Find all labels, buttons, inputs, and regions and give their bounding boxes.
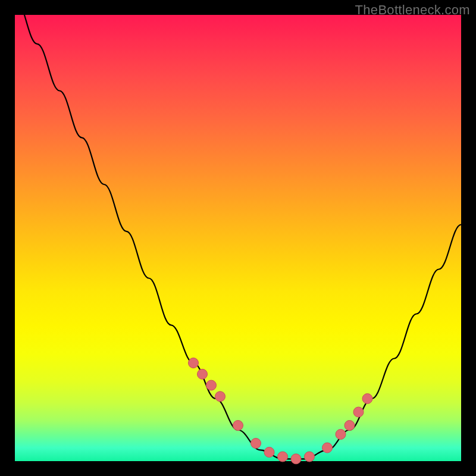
data-point-marker (305, 452, 315, 462)
data-point-marker (264, 447, 274, 458)
data-point-marker (322, 443, 333, 453)
data-point-marker (189, 358, 199, 368)
data-point-marker (345, 421, 355, 431)
marker-group (189, 358, 373, 464)
data-point-marker (278, 452, 288, 462)
data-point-marker (215, 392, 226, 402)
data-point-marker (251, 439, 261, 449)
bottleneck-curve-path (15, 0, 461, 459)
data-point-marker (206, 380, 217, 390)
curve-layer (15, 15, 461, 461)
gradient-plot-area (15, 15, 461, 461)
data-point-marker (291, 454, 301, 464)
data-point-marker (198, 369, 208, 379)
data-point-marker (336, 430, 346, 440)
data-point-marker (233, 421, 243, 431)
data-point-marker (362, 394, 372, 404)
data-point-marker (353, 407, 364, 417)
chart-frame: TheBottleneck.com (0, 0, 476, 476)
